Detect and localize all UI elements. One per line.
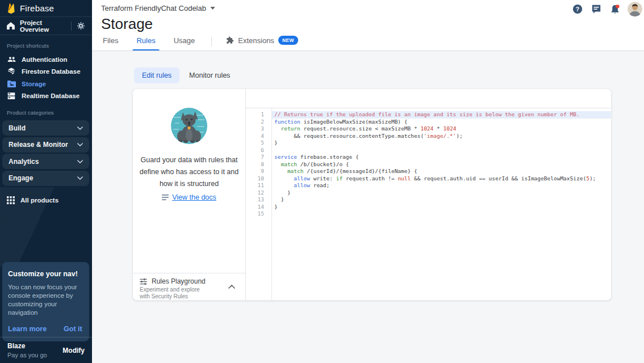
code-line [272, 210, 611, 218]
customize-nav-card: Customize your nav! You can now focus yo… [2, 262, 89, 341]
topbar-icons: ? [571, 2, 642, 16]
code-line: function isImageBelowMaxSize(maxSizeMB) … [272, 119, 611, 126]
code-line: && request.resource.contentType.matches(… [272, 133, 611, 140]
caret-down-icon [210, 7, 215, 10]
modify-plan-button[interactable]: Modify [62, 347, 85, 354]
whats-new-button[interactable] [590, 3, 603, 15]
main-area: Terraform FriendlyChat Codelab ? [92, 0, 644, 363]
project-shortcuts-label: Project shortcuts [0, 35, 92, 53]
chevron-up-icon[interactable] [228, 285, 235, 289]
guard-dog-mascot-illustration [170, 107, 208, 145]
storage-folder-icon [7, 79, 16, 88]
sidebar-item-label: Firestore Database [22, 68, 81, 75]
category-engage[interactable]: Engage [2, 171, 89, 186]
guard-data-text: Guard your data with rules that define w… [139, 154, 239, 190]
tab-usage[interactable]: Usage [172, 36, 197, 51]
code-line: service firebase.storage { [272, 154, 611, 161]
category-label: Release & Monitor [9, 141, 77, 149]
release-notes-icon [591, 4, 601, 14]
category-analytics[interactable]: Analytics [2, 154, 89, 169]
question-mark-icon: ? [572, 4, 583, 14]
chevron-down-icon [77, 143, 83, 146]
gear-icon[interactable] [77, 22, 85, 30]
divider [211, 37, 212, 47]
rules-editor-card: Guard your data with rules that define w… [132, 88, 612, 301]
rules-editor-pane: 123456789101112131415 // Returns true if… [246, 89, 611, 300]
sidebar-item-firestore-database[interactable]: Firestore Database [0, 66, 92, 78]
notifications-button[interactable] [609, 3, 621, 15]
project-name: Terraform FriendlyChat Codelab [101, 4, 206, 12]
divider [71, 22, 72, 31]
playground-title: Rules Playground [152, 277, 206, 285]
tab-files[interactable]: Files [101, 36, 120, 51]
editor-code: // Returns true if the uploaded file is … [272, 108, 611, 300]
code-line [272, 147, 611, 154]
firebase-flame-icon [7, 3, 15, 14]
bell-icon [610, 4, 620, 15]
account-avatar[interactable] [628, 2, 642, 16]
firestore-icon [7, 67, 16, 76]
firebase-logo[interactable]: Firebase [0, 0, 92, 17]
category-release-monitor[interactable]: Release & Monitor [2, 137, 89, 153]
tab-label: Usage [174, 36, 195, 45]
sidebar-item-label: Storage [22, 81, 46, 87]
help-button[interactable]: ? [571, 3, 584, 15]
rules-playground-toggle[interactable]: Rules Playground Experiment and explore … [133, 273, 245, 300]
all-products-label: All products [20, 197, 58, 204]
rules-subtabs: Edit rules Monitor rules [134, 67, 238, 83]
code-line: } [272, 189, 611, 197]
sidebar-item-project-overview[interactable]: Project Overview [0, 17, 92, 35]
rules-info-pane: Guard your data with rules that define w… [133, 89, 246, 300]
rules-code-editor[interactable]: 123456789101112131415 // Returns true if… [246, 108, 611, 300]
plan-name: Blaze [7, 342, 47, 350]
database-icon [7, 91, 16, 100]
playground-subtitle: Experiment and explore with Security Rul… [140, 286, 208, 300]
subtab-monitor-rules[interactable]: Monitor rules [181, 67, 238, 83]
customize-body: You can now focus your console experienc… [8, 283, 83, 317]
code-line: allow write: if request.auth != null && … [272, 175, 611, 183]
code-line: } [272, 140, 611, 147]
tab-label: Rules [136, 36, 155, 45]
grid-icon [7, 196, 15, 204]
code-line: return request.resource.size < maxSizeMB… [272, 125, 611, 133]
home-icon [7, 22, 15, 29]
chevron-down-icon [77, 176, 83, 180]
sidebar-item-label: Realtime Database [22, 92, 80, 99]
sidebar-item-storage[interactable]: Storage [0, 78, 92, 90]
new-badge: NEW [278, 36, 298, 45]
got-it-button[interactable]: Got it [64, 325, 82, 333]
project-switcher[interactable]: Terraform FriendlyChat Codelab [101, 4, 215, 12]
learn-more-button[interactable]: Learn more [8, 325, 47, 333]
tab-rules[interactable]: Rules [135, 36, 157, 51]
project-overview-label: Project Overview [20, 19, 71, 33]
firebase-logo-text: Firebase [20, 3, 54, 13]
tab-label: Files [103, 36, 118, 45]
code-line: match /{userId}/{messageId}/{fileName} { [272, 168, 611, 175]
view-docs-label: View the docs [172, 193, 216, 201]
page-title: Storage [101, 15, 153, 33]
svg-text:?: ? [576, 6, 579, 12]
plan-description: Pay as you go [7, 352, 47, 358]
sidebar-item-authentication[interactable]: Authentication [0, 53, 92, 66]
customize-title: Customize your nav! [8, 270, 83, 278]
category-label: Analytics [9, 158, 77, 166]
extensions-puzzle-icon [226, 36, 234, 44]
rules-content: Edit rules Monitor rules [92, 51, 644, 363]
sidebar-item-label: Authentication [22, 56, 68, 63]
product-categories-label: Product categories [0, 102, 92, 120]
code-line: // Returns true if the uploaded file is … [272, 111, 611, 119]
people-icon [7, 55, 16, 64]
tab-extensions[interactable]: Extensions NEW [224, 36, 300, 51]
code-line: match /b/{bucket}/o { [272, 161, 611, 168]
page-tabs: Files Rules Usage Extensions NEW [101, 34, 315, 51]
view-docs-link[interactable]: View the docs [133, 193, 245, 201]
category-label: Engage [9, 174, 77, 182]
subtab-edit-rules[interactable]: Edit rules [134, 67, 179, 83]
tab-label: Extensions [238, 36, 274, 45]
billing-plan-bar: Blaze Pay as you go Modify [0, 337, 92, 363]
sidebar-item-all-products[interactable]: All products [0, 193, 92, 207]
category-build[interactable]: Build [2, 120, 89, 136]
chevron-down-icon [77, 126, 83, 130]
category-label: Build [9, 124, 77, 132]
sidebar-item-realtime-database[interactable]: Realtime Database [0, 90, 92, 103]
